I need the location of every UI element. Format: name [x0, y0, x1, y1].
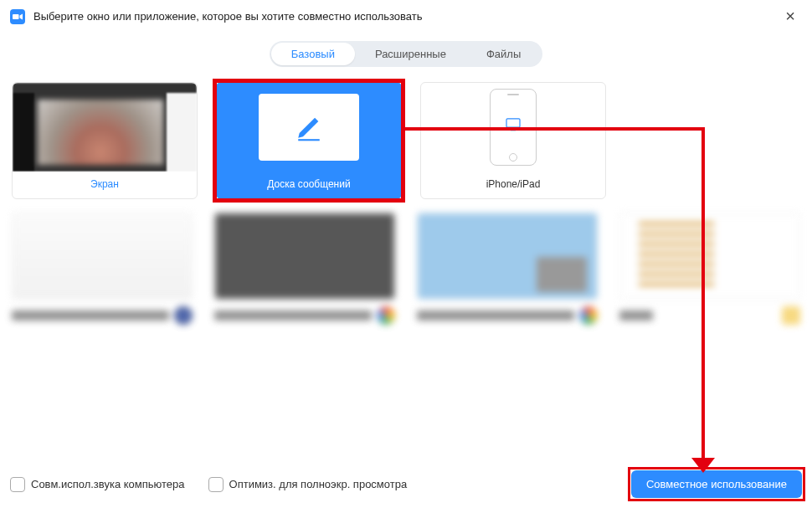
share-button[interactable]: Совместное использование	[631, 470, 802, 498]
share-option-screen[interactable]: Экран	[12, 82, 198, 199]
window-item[interactable]	[417, 213, 598, 325]
airplay-icon	[505, 118, 522, 135]
share-option-whiteboard-label: Доска сообщений	[267, 172, 350, 198]
share-option-iphone-label: iPhone/iPad	[486, 172, 541, 198]
tab-bar: Базовый Расширенные Файлы	[0, 41, 812, 67]
share-option-whiteboard[interactable]: Доска сообщений	[216, 82, 402, 199]
pencil-icon	[295, 113, 323, 141]
window-item[interactable]	[12, 213, 193, 325]
window-list-blurred	[0, 199, 812, 325]
screen-thumbnail	[13, 83, 197, 172]
checkbox-share-audio[interactable]: Совм.испол.звука компьютера	[10, 477, 185, 492]
checkbox-box	[10, 477, 25, 492]
phone-thumbnail	[490, 89, 537, 166]
share-option-screen-label: Экран	[90, 172, 119, 198]
svg-rect-1	[298, 139, 320, 141]
tab-advanced[interactable]: Расширенные	[355, 43, 466, 65]
window-item[interactable]	[619, 213, 800, 325]
tab-files[interactable]: Файлы	[466, 43, 541, 65]
checkbox-optimize-label: Оптимиз. для полноэкр. просмотра	[229, 478, 408, 490]
close-icon[interactable]: ×	[779, 7, 802, 26]
checkbox-box	[208, 477, 224, 492]
checkbox-share-audio-label: Совм.испол.звука компьютера	[31, 478, 185, 490]
tab-basic[interactable]: Базовый	[271, 43, 355, 65]
whiteboard-thumbnail	[259, 94, 359, 161]
zoom-app-icon	[10, 9, 25, 24]
svg-rect-2	[506, 119, 520, 127]
share-option-iphone-ipad[interactable]: iPhone/iPad	[420, 82, 606, 199]
dialog-title: Выберите окно или приложение, которое вы…	[33, 10, 779, 23]
window-item[interactable]	[214, 213, 395, 325]
svg-rect-0	[13, 14, 19, 19]
checkbox-optimize-fullscreen[interactable]: Оптимиз. для полноэкр. просмотра	[208, 477, 408, 492]
